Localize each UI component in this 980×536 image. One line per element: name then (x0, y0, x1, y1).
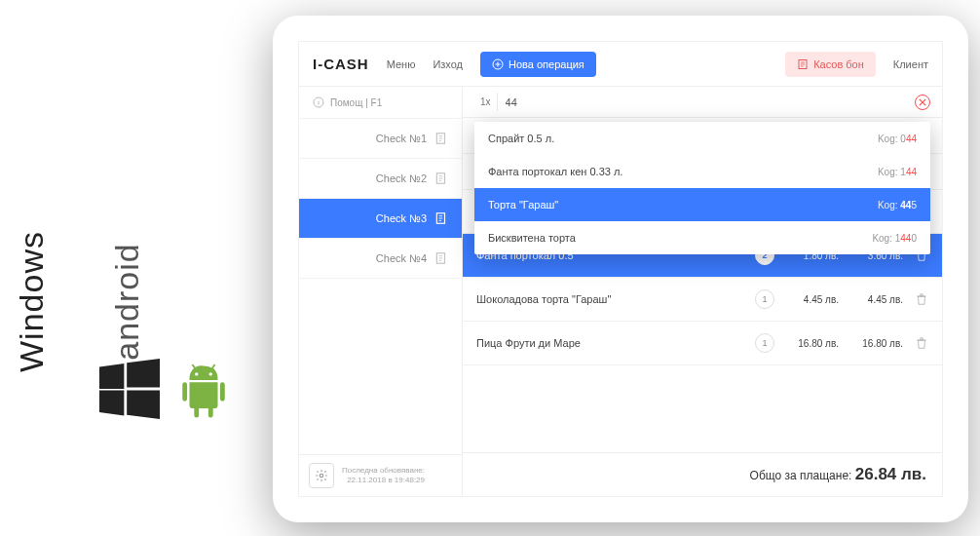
main-panel: 1x Спрайт 0.5 л. Kog: 044Фанта портокал … (463, 87, 942, 496)
android-icon (175, 364, 232, 420)
svg-point-1 (209, 372, 212, 375)
dropdown-item-name: Бисквитена торта (488, 232, 576, 244)
dropdown-item-name: Фанта портокал кен 0.33 л. (488, 166, 622, 177)
app-screen: I-CASH Меню Изход Нова операция Касов бо… (298, 41, 943, 497)
check-tab[interactable]: Check №1 (299, 119, 462, 159)
last-update: Последна обновяване: 22.11.2018 в 19:48:… (342, 466, 425, 486)
dropdown-item-code: Kog: 044 (878, 134, 917, 144)
receipt-icon (797, 58, 809, 70)
dropdown-item-code: Kog: 144 (878, 167, 917, 177)
receipt-small-icon (434, 211, 448, 226)
check-label: Check №1 (376, 133, 427, 144)
dropdown-item-code: Kog: 445 (878, 200, 917, 211)
receipt-small-icon (434, 171, 448, 186)
search-dropdown: Спрайт 0.5 л. Kog: 044Фанта портокал кен… (474, 122, 930, 254)
settings-button[interactable] (309, 463, 334, 488)
dropdown-item-name: Спрайт 0.5 л. (488, 133, 554, 144)
client-link[interactable]: Клиент (893, 58, 928, 70)
svg-point-9 (320, 474, 323, 478)
check-tab[interactable]: Check №3 (299, 199, 462, 239)
update-time: 22.11.2018 в 19:48:29 (342, 476, 425, 485)
dropdown-item[interactable]: Торта "Гараш" Kog: 445 (474, 188, 930, 221)
item-row[interactable]: Шоколадова торта "Гараш" 1 4.45 лв. 4.45… (463, 278, 942, 322)
qty-multiplier[interactable]: 1x (474, 93, 498, 111)
android-label: android (108, 243, 146, 360)
item-price: 16.80 лв. (782, 338, 839, 349)
trash-icon[interactable] (915, 292, 928, 306)
new-operation-button[interactable]: Нова операция (480, 52, 596, 77)
gear-icon (315, 469, 328, 482)
check-tab[interactable]: Check №4 (299, 239, 462, 279)
app-logo: I-CASH (313, 56, 369, 72)
windows-label: Windows (13, 231, 51, 372)
item-price: 4.45 лв. (782, 294, 839, 305)
receipt-small-icon (434, 250, 448, 266)
item-row[interactable]: Пица Фрути ди Маре 1 16.80 лв. 16.80 лв. (463, 322, 942, 365)
receipt-small-icon (434, 131, 448, 146)
item-name: Пица Фрути ди Маре (476, 337, 747, 349)
receipt-label: Касов бон (813, 58, 864, 70)
trash-icon[interactable] (915, 336, 928, 350)
item-total: 16.80 лв. (847, 338, 903, 349)
receipt-button[interactable]: Касов бон (785, 52, 876, 77)
search-row: 1x (463, 87, 942, 118)
svg-point-0 (195, 372, 198, 375)
sidebar-footer: Последна обновяване: 22.11.2018 в 19:48:… (299, 454, 462, 496)
tablet-frame: I-CASH Меню Изход Нова операция Касов бо… (273, 16, 968, 522)
dropdown-item-code: Kog: 1440 (872, 233, 917, 244)
plus-circle-icon (492, 58, 504, 70)
search-input[interactable] (506, 96, 907, 108)
clear-search-button[interactable] (915, 95, 930, 110)
close-icon (919, 98, 926, 106)
windows-icon (99, 359, 160, 419)
check-label: Check №2 (376, 172, 427, 184)
dropdown-item[interactable]: Спрайт 0.5 л. Kog: 044 (474, 122, 930, 155)
check-label: Check №3 (376, 212, 427, 224)
check-tab[interactable]: Check №2 (299, 159, 462, 199)
dropdown-item-name: Торта "Гараш" (488, 199, 558, 211)
info-icon (313, 96, 324, 108)
dropdown-item[interactable]: Бисквитена торта Kog: 1440 (474, 221, 930, 254)
item-total: 4.45 лв. (847, 294, 903, 305)
item-name: Шоколадова торта "Гараш" (476, 293, 747, 305)
menu-link[interactable]: Меню (387, 58, 416, 70)
help-link[interactable]: Помощ | F1 (299, 87, 462, 119)
sidebar: Помощ | F1 Check №1 Check №2 Check №3 Ch… (299, 87, 463, 496)
help-label: Помощ | F1 (330, 97, 382, 108)
new-operation-label: Нова операция (509, 58, 584, 70)
update-label: Последна обновяване: (342, 466, 425, 476)
check-label: Check №4 (376, 252, 427, 264)
item-qty[interactable]: 1 (755, 289, 774, 309)
total-label: Общо за плащане: (750, 469, 855, 482)
exit-link[interactable]: Изход (433, 58, 463, 70)
dropdown-item[interactable]: Фанта портокал кен 0.33 л. Kog: 144 (474, 155, 930, 188)
header: I-CASH Меню Изход Нова операция Касов бо… (299, 42, 942, 87)
total-footer: Общо за плащане: 26.84 лв. (463, 452, 942, 496)
total-amount: 26.84 лв. (855, 465, 926, 483)
item-qty[interactable]: 1 (755, 333, 774, 353)
